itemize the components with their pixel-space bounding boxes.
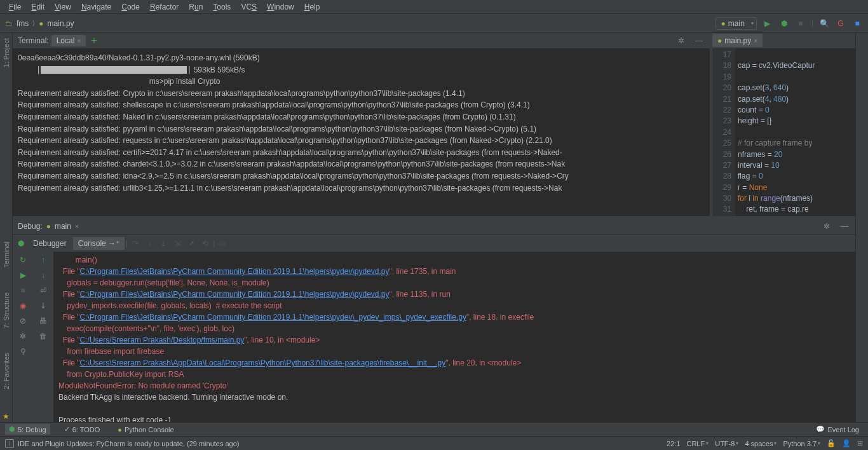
breadcrumb-folder[interactable]: fms bbox=[17, 19, 29, 28]
traceback-link[interactable]: C:\Program Files\JetBrains\PyCharm Commu… bbox=[80, 313, 466, 322]
terminal-output[interactable]: 0eea6eeaa9c39ddb89a40/Naked-0.1.31-py2.p… bbox=[13, 48, 710, 216]
interpreter[interactable]: Python 3.7 ▾ bbox=[783, 440, 820, 447]
resume-icon[interactable]: ▶ bbox=[17, 269, 29, 281]
project-tool-button[interactable]: 1: Project bbox=[3, 36, 10, 70]
menu-refactor[interactable]: Refactor bbox=[145, 1, 184, 13]
debug-console-output[interactable]: main() File "C:\Program Files\JetBrains\… bbox=[53, 252, 855, 422]
menu-file[interactable]: File bbox=[4, 1, 26, 13]
editor-tab-main[interactable]: ● main.py × bbox=[712, 34, 763, 47]
menu-code[interactable]: Code bbox=[116, 1, 145, 13]
status-message[interactable]: IDE and Plugin Updates: PyCharm is ready… bbox=[18, 440, 240, 447]
gear-icon[interactable]: ✲ bbox=[675, 35, 687, 46]
terminal-tab-local[interactable]: Local × bbox=[51, 35, 86, 46]
run-config-dropdown[interactable]: ● main bbox=[715, 17, 757, 30]
code-area[interactable]: cap = cv2.VideoCaptur cap.set(3, 640) ca… bbox=[735, 48, 855, 216]
force-step-icon[interactable]: ⇲ bbox=[171, 237, 184, 250]
progress-bar bbox=[41, 66, 187, 74]
lock-icon[interactable]: 🔓 bbox=[827, 439, 836, 447]
info-icon[interactable]: i bbox=[5, 439, 14, 448]
bottom-tab-debug[interactable]: ⬢ 5: Debug bbox=[5, 424, 50, 435]
menu-tools[interactable]: Tools bbox=[208, 1, 236, 13]
bug-icon: ⬢ bbox=[9, 425, 15, 433]
memory-icon[interactable]: ⊞ bbox=[857, 439, 863, 447]
print-icon[interactable]: 🖶 bbox=[37, 315, 49, 327]
python-icon: ● bbox=[39, 19, 43, 28]
pin-icon[interactable]: ⚲ bbox=[17, 346, 29, 357]
terminal-tab-label: Local bbox=[57, 36, 75, 45]
clear-icon[interactable]: 🗑 bbox=[37, 331, 49, 342]
search-web-icon[interactable]: G bbox=[835, 18, 846, 29]
search-icon[interactable]: 🔍 bbox=[818, 18, 830, 29]
breadcrumb-file[interactable]: main.py bbox=[48, 19, 74, 28]
favorites-tool-button[interactable]: 2: Favorites bbox=[3, 350, 10, 392]
bottom-tab-todo[interactable]: ✓ 6: TODO bbox=[60, 424, 104, 435]
editor-body[interactable]: 17 18 19 20 21 22 23 24 25 26 27 28 29 3… bbox=[712, 48, 855, 216]
step-into-icon[interactable]: ↓ bbox=[143, 237, 156, 250]
bug-icon[interactable]: ⬢ bbox=[15, 238, 27, 249]
minimize-icon[interactable]: — bbox=[693, 35, 705, 46]
gear-icon[interactable]: ✲ bbox=[821, 221, 832, 232]
python-icon: ● bbox=[46, 222, 51, 231]
line-separator[interactable]: CRLF ▾ bbox=[686, 440, 709, 447]
hector-icon[interactable]: 👤 bbox=[842, 439, 851, 447]
down-stack-icon[interactable]: ↓ bbox=[37, 269, 49, 281]
stop-button[interactable]: ■ bbox=[795, 18, 806, 29]
menu-navigate[interactable]: Navigate bbox=[76, 1, 116, 13]
traceback-link[interactable]: C:\Program Files\JetBrains\PyCharm Commu… bbox=[80, 290, 390, 299]
python-icon: ● bbox=[118, 426, 122, 433]
debug-toolbar: ⬢ Debugger Console →⁺ | ↷ ↓ ⤓ ⇲ ↗ ⟲ | ▭ bbox=[13, 234, 855, 252]
chevron-right-icon: ⟩ bbox=[32, 20, 35, 27]
close-icon[interactable]: × bbox=[754, 38, 757, 44]
evaluate-icon[interactable]: ▭ bbox=[216, 237, 229, 250]
debug-header: Debug: ● main × ✲ — bbox=[13, 219, 855, 234]
debug-config-name: main bbox=[55, 222, 71, 231]
cursor-position[interactable]: 22:1 bbox=[667, 440, 680, 447]
menu-edit[interactable]: Edit bbox=[26, 1, 50, 13]
traceback-link[interactable]: C:\Users\Sreeram Prakash\AppData\Local\P… bbox=[80, 358, 446, 367]
traceback-link[interactable]: C:/Users/Sreeram Prakash/Desktop/fms/mai… bbox=[80, 336, 245, 344]
menu-window[interactable]: Window bbox=[262, 1, 299, 13]
bottom-tool-bar: ⬢ 5: Debug ✓ 6: TODO ● Python Console 💬 … bbox=[0, 422, 868, 436]
settings-icon[interactable]: ✲ bbox=[17, 331, 29, 342]
editor-tabs: ● main.py × bbox=[712, 33, 855, 48]
traceback-link[interactable]: C:\Program Files\JetBrains\PyCharm Commu… bbox=[80, 267, 390, 276]
step-over-icon[interactable]: ↷ bbox=[129, 237, 142, 250]
event-log-icon: 💬 bbox=[816, 425, 825, 433]
encoding[interactable]: UTF-8 ▾ bbox=[715, 440, 738, 447]
drop-frame-icon[interactable]: ⟲ bbox=[199, 237, 212, 250]
debug-button[interactable]: ⬢ bbox=[778, 18, 790, 29]
run-button[interactable]: ▶ bbox=[762, 18, 773, 29]
view-breakpoints-icon[interactable]: ◉ bbox=[17, 300, 29, 311]
folder-icon: 🗀 bbox=[5, 19, 13, 28]
terminal-tabs: Terminal: Local × + ✲ — bbox=[13, 33, 710, 48]
menu-help[interactable]: Help bbox=[299, 1, 325, 13]
scroll-end-icon[interactable]: ⤓ bbox=[37, 300, 49, 311]
close-icon[interactable]: × bbox=[75, 223, 79, 230]
left-tool-strip: 1: Project Terminal 7: Structure 2: Favo… bbox=[0, 33, 13, 422]
step-into-my-icon[interactable]: ⤓ bbox=[157, 237, 170, 250]
menu-vcs[interactable]: VCS bbox=[236, 1, 262, 13]
step-out-icon[interactable]: ↗ bbox=[185, 237, 198, 250]
menu-run[interactable]: Run bbox=[184, 1, 208, 13]
minimize-icon[interactable]: — bbox=[839, 221, 850, 232]
close-icon[interactable]: × bbox=[77, 38, 81, 44]
structure-tool-button[interactable]: 7: Structure bbox=[3, 290, 10, 331]
event-log-button[interactable]: 💬 Event Log bbox=[812, 424, 863, 435]
stop-icon[interactable]: ■ bbox=[17, 285, 29, 296]
help-icon[interactable]: ■ bbox=[851, 18, 863, 29]
mute-breakpoints-icon[interactable]: ⊘ bbox=[17, 315, 29, 327]
console-tab[interactable]: Console →⁺ bbox=[73, 237, 125, 250]
indent[interactable]: 4 spaces ▾ bbox=[745, 440, 776, 447]
soft-wrap-icon[interactable]: ⏎ bbox=[37, 285, 49, 296]
menu-view[interactable]: View bbox=[50, 1, 76, 13]
star-icon: ★ bbox=[1, 411, 12, 422]
status-bar: i IDE and Plugin Updates: PyCharm is rea… bbox=[0, 436, 868, 450]
menu-bar: File Edit View Navigate Code Refactor Ru… bbox=[0, 0, 868, 14]
add-terminal-button[interactable]: + bbox=[91, 35, 97, 46]
debugger-tab[interactable]: Debugger bbox=[28, 237, 72, 250]
python-icon: ● bbox=[721, 19, 726, 28]
terminal-tool-button[interactable]: Terminal bbox=[3, 239, 10, 271]
up-stack-icon[interactable]: ↑ bbox=[37, 254, 49, 266]
bottom-tab-pyconsole[interactable]: ● Python Console bbox=[114, 425, 177, 435]
rerun-icon[interactable]: ↻ bbox=[17, 254, 29, 266]
